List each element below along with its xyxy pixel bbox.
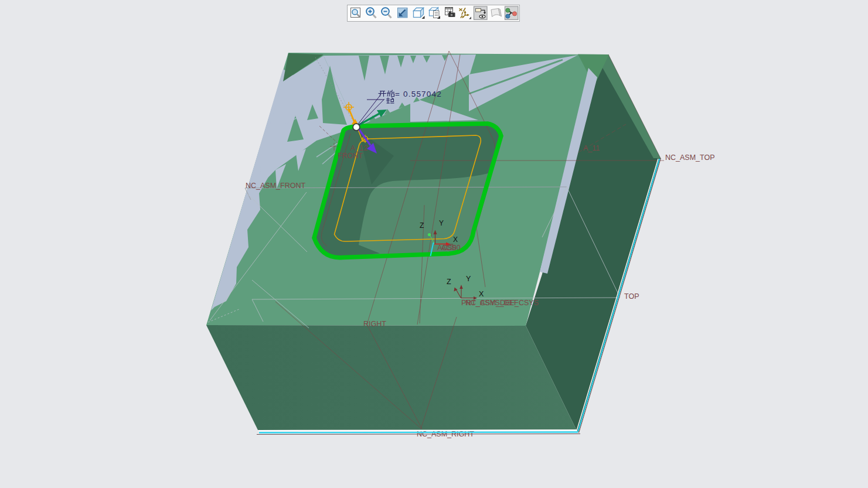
svg-text:TOP: TOP (624, 292, 639, 301)
svg-text:Z: Z (447, 278, 451, 286)
svg-text:Z: Z (420, 221, 424, 230)
svg-text:A_11: A_11 (583, 144, 600, 152)
svg-text:A_12: A_12 (350, 144, 367, 152)
svg-text:Y: Y (439, 219, 444, 227)
svg-text:NC_ASM_TOP: NC_ASM_TOP (665, 153, 715, 162)
svg-text:X: X (479, 290, 484, 298)
svg-text:NC_ASM_FRONT: NC_ASM_FRONT (246, 182, 305, 190)
svg-text:ACS0: ACS0 (441, 244, 461, 252)
svg-text:FRONT: FRONT (338, 152, 363, 160)
svg-text:RIGHT: RIGHT (363, 320, 386, 328)
svg-text:X: X (453, 236, 458, 244)
svg-text:= 0.557042: = 0.557042 (395, 90, 442, 98)
svg-text:NC_ASM_DEF_CSYS: NC_ASM_DEF_CSYS (465, 299, 539, 307)
svg-text:Y: Y (466, 275, 471, 283)
